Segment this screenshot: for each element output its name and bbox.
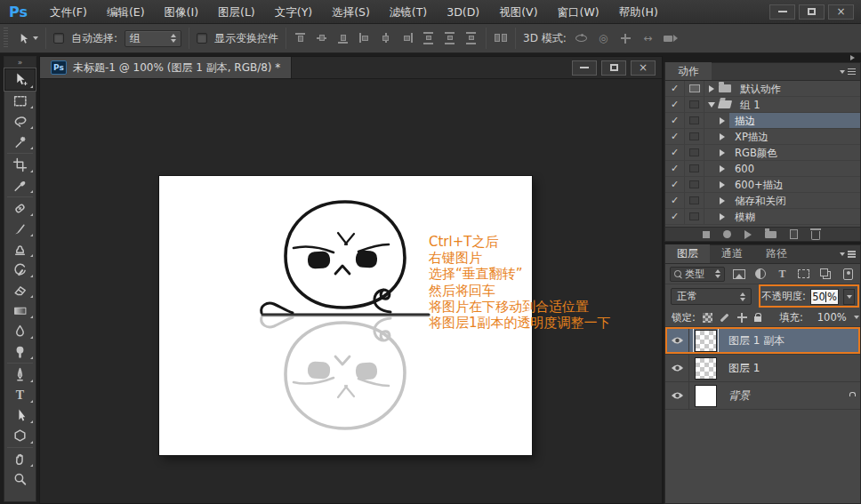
tool-crop[interactable]	[4, 155, 36, 175]
tool-blur[interactable]	[4, 321, 36, 341]
collapse-panels-strip[interactable]	[664, 53, 861, 62]
filter-shape-layers-icon[interactable]	[796, 267, 812, 282]
menu-layer[interactable]: 图层(L)	[208, 0, 265, 24]
expand-arrow[interactable]	[715, 149, 729, 156]
action-row-default-actions[interactable]: ✓ 默认动作	[665, 81, 860, 97]
doc-maximize-button[interactable]	[601, 60, 626, 76]
action-enable-checkmark[interactable]: ✓	[665, 161, 685, 176]
tool-rectangular-marquee[interactable]	[4, 91, 36, 111]
app-minimize-button[interactable]	[769, 4, 795, 20]
action-enable-checkmark[interactable]: ✓	[665, 81, 685, 96]
tool-eraser[interactable]	[4, 280, 36, 300]
align-horizontal-centers-button[interactable]	[379, 32, 393, 44]
expand-arrow[interactable]	[715, 197, 729, 204]
filter-kind-dropdown[interactable]: 类型	[670, 267, 725, 282]
action-row-xp-stroke[interactable]: ✓ XP描边	[665, 129, 860, 145]
align-top-edges-button[interactable]	[294, 32, 308, 44]
action-row-rgb-color[interactable]: ✓ RGB颜色	[665, 145, 860, 161]
layer-row-background[interactable]: 背景	[665, 382, 860, 410]
auto-select-checkbox[interactable]	[53, 33, 64, 44]
menu-3d[interactable]: 3D(D)	[437, 0, 489, 24]
menu-file[interactable]: 文件(F)	[40, 0, 97, 24]
visibility-toggle[interactable]	[665, 355, 689, 381]
new-set-folder-icon[interactable]	[765, 231, 777, 238]
opacity-input[interactable]: 50 %	[810, 289, 839, 305]
3d-rotate-icon[interactable]	[574, 31, 589, 45]
action-row-600-stroke[interactable]: ✓ 600+描边	[665, 177, 860, 193]
3d-camera-icon[interactable]	[663, 31, 678, 45]
distribute-bottom-edges-button[interactable]	[464, 32, 479, 44]
tool-type[interactable]: T	[4, 385, 36, 405]
3d-slide-icon[interactable]: ↔	[640, 31, 656, 45]
align-vertical-centers-button[interactable]	[315, 32, 329, 44]
3d-roll-icon[interactable]: ◎	[596, 31, 611, 45]
tab-channels[interactable]: 通道	[710, 244, 754, 263]
action-modal-toggle[interactable]	[685, 129, 704, 144]
lock-position-icon[interactable]	[737, 311, 747, 324]
menu-help[interactable]: 帮助(H)	[609, 0, 668, 24]
doc-minimize-button[interactable]	[572, 60, 597, 76]
action-row-600[interactable]: ✓ 600	[665, 161, 860, 177]
tool-lasso[interactable]	[4, 111, 36, 132]
visibility-toggle[interactable]	[665, 327, 689, 354]
filter-adjustment-layers-icon[interactable]	[752, 267, 768, 282]
play-selection-icon[interactable]	[744, 230, 752, 239]
lock-all-icon[interactable]	[754, 311, 761, 324]
layer-thumbnail[interactable]	[695, 385, 717, 407]
action-row-group-1[interactable]: ✓ 组 1	[665, 97, 860, 113]
tool-magic-wand[interactable]	[4, 132, 36, 152]
menu-select[interactable]: 选择(S)	[322, 0, 380, 24]
tool-gradient[interactable]	[4, 300, 36, 321]
tool-move[interactable]	[4, 68, 36, 91]
begin-recording-icon[interactable]	[723, 230, 731, 238]
layer-thumbnail[interactable]	[695, 330, 717, 352]
expand-arrow[interactable]	[715, 117, 729, 124]
action-enable-checkmark[interactable]: ✓	[665, 97, 685, 112]
show-transform-checkbox[interactable]	[197, 33, 207, 44]
current-tool-preset[interactable]	[17, 32, 38, 45]
app-close-button[interactable]: ×	[828, 4, 854, 20]
menu-window[interactable]: 窗口(W)	[548, 0, 609, 24]
filter-type-layers-icon[interactable]: T	[774, 267, 790, 282]
action-modal-toggle[interactable]	[685, 193, 704, 208]
fill-dropdown-arrow[interactable]	[854, 316, 859, 319]
menu-type[interactable]: 文字(Y)	[265, 0, 322, 24]
auto-align-layers-button[interactable]	[494, 32, 508, 44]
action-enable-checkmark[interactable]: ✓	[665, 209, 685, 224]
expand-arrow[interactable]	[715, 165, 729, 172]
layer-name[interactable]: 背景	[728, 388, 750, 404]
expand-arrow[interactable]	[715, 133, 729, 140]
lock-transparency-icon[interactable]	[703, 311, 712, 324]
menu-edit[interactable]: 编辑(E)	[97, 0, 155, 24]
expand-arrow[interactable]	[715, 181, 729, 188]
layer-row-layer1-copy[interactable]: 图层 1 副本	[665, 327, 860, 355]
tool-zoom[interactable]	[4, 469, 36, 490]
tool-hand[interactable]	[4, 449, 36, 469]
layer-name[interactable]: 图层 1 副本	[728, 333, 785, 348]
action-modal-toggle[interactable]	[685, 177, 704, 192]
fill-value[interactable]: 100%	[817, 311, 847, 324]
tool-spot-healing-brush[interactable]	[4, 198, 36, 219]
tool-path-selection[interactable]	[4, 405, 36, 426]
align-left-edges-button[interactable]	[358, 32, 372, 44]
action-row-blur[interactable]: ✓ 模糊	[665, 209, 860, 225]
action-enable-checkmark[interactable]: ✓	[665, 145, 685, 160]
expand-arrow[interactable]	[715, 213, 729, 220]
lock-pixels-icon[interactable]	[720, 311, 730, 324]
expand-arrow[interactable]	[704, 85, 719, 92]
tool-brush[interactable]	[4, 219, 36, 239]
app-maximize-button[interactable]	[799, 4, 825, 20]
actions-tab[interactable]: 动作	[665, 62, 712, 80]
stop-playing-icon[interactable]	[703, 231, 710, 238]
action-enable-checkmark[interactable]: ✓	[665, 113, 685, 128]
filter-switch-icon[interactable]	[840, 267, 856, 282]
menu-image[interactable]: 图像(I)	[155, 0, 208, 24]
toolbar-collapse-handle[interactable]: »	[4, 57, 36, 68]
distribute-top-edges-button[interactable]	[422, 32, 436, 44]
action-enable-checkmark[interactable]: ✓	[665, 177, 685, 192]
action-row-save-close[interactable]: ✓ 储存和关闭	[665, 193, 860, 209]
tool-eyedropper[interactable]	[4, 175, 36, 196]
visibility-toggle[interactable]	[665, 382, 689, 409]
tab-layers[interactable]: 图层	[665, 244, 710, 263]
actions-panel-menu-button[interactable]	[840, 63, 856, 80]
